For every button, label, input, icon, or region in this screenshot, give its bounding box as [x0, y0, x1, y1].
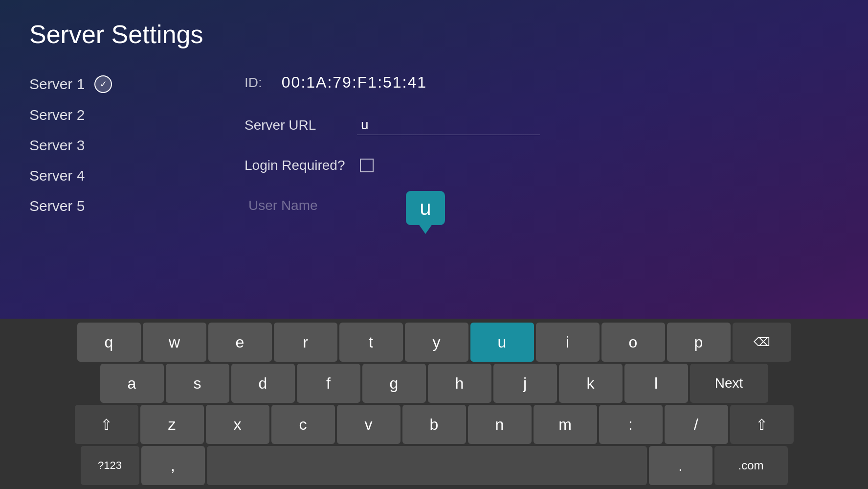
user-name-row: User Name	[245, 192, 839, 219]
tooltip-char: u	[420, 196, 431, 220]
server-2-label: Server 2	[29, 107, 85, 123]
server-5-label: Server 5	[29, 198, 85, 214]
backspace-icon: ⌫	[754, 335, 770, 349]
server-list: Server 1 ✓ Server 2 Server 3 Server 4 Se…	[29, 69, 215, 221]
key-x[interactable]: x	[206, 405, 269, 444]
id-label: ID:	[245, 75, 262, 91]
shift-right-button[interactable]: ⇧	[730, 405, 794, 444]
keyboard-row-4: ?123 , . .com	[3, 446, 865, 485]
server-item-2[interactable]: Server 2	[29, 100, 215, 130]
key-e[interactable]: e	[208, 323, 272, 362]
key-tooltip: u	[406, 191, 445, 235]
symbols-button[interactable]: ?123	[81, 446, 139, 485]
server-item-1[interactable]: Server 1 ✓	[29, 69, 215, 100]
key-slash[interactable]: /	[665, 405, 728, 444]
key-f[interactable]: f	[297, 364, 360, 403]
key-y[interactable]: y	[405, 323, 468, 362]
key-q[interactable]: q	[77, 323, 141, 362]
login-required-checkbox[interactable]	[360, 159, 374, 172]
user-name-placeholder[interactable]: User Name	[245, 196, 342, 215]
keyboard-row-1: q w e r t y u i o p ⌫	[3, 323, 865, 362]
login-required-row: Login Required?	[245, 154, 839, 177]
key-w[interactable]: w	[143, 323, 206, 362]
next-button[interactable]: Next	[690, 364, 768, 403]
key-p[interactable]: p	[667, 323, 731, 362]
keyboard-row-2: a s d f g h j k l Next	[3, 364, 865, 403]
key-g[interactable]: g	[362, 364, 426, 403]
server-4-label: Server 4	[29, 167, 85, 184]
key-dot[interactable]: .	[649, 446, 712, 485]
key-i[interactable]: i	[536, 323, 600, 362]
key-tooltip-bubble: u	[406, 191, 445, 225]
key-colon[interactable]: :	[599, 405, 663, 444]
keyboard-row-3: ⇧ z x c v b n m : / ⇧	[3, 405, 865, 444]
shift-right-icon: ⇧	[756, 416, 768, 433]
server-url-label: Server URL	[245, 117, 342, 133]
settings-panel: ID: 00:1A:79:F1:51:41 Server URL Login R…	[215, 69, 839, 221]
key-r[interactable]: r	[274, 323, 337, 362]
key-z[interactable]: z	[140, 405, 204, 444]
server-1-check-icon: ✓	[94, 75, 112, 93]
shift-left-icon: ⇧	[100, 416, 112, 433]
key-a[interactable]: a	[100, 364, 164, 403]
key-k[interactable]: k	[559, 364, 623, 403]
backspace-button[interactable]: ⌫	[733, 323, 791, 362]
server-item-3[interactable]: Server 3	[29, 130, 215, 161]
server-item-5[interactable]: Server 5	[29, 191, 215, 221]
key-d[interactable]: d	[231, 364, 295, 403]
server-item-4[interactable]: Server 4	[29, 161, 215, 191]
space-button[interactable]	[207, 446, 647, 485]
shift-left-button[interactable]: ⇧	[75, 405, 138, 444]
key-o[interactable]: o	[601, 323, 665, 362]
server-1-label: Server 1	[29, 76, 85, 93]
key-comma[interactable]: ,	[141, 446, 205, 485]
page-title: Server Settings	[29, 20, 839, 49]
login-required-label: Login Required?	[245, 158, 345, 173]
keyboard: q w e r t y u i o p ⌫ a s d f g h j k l …	[0, 319, 868, 489]
key-l[interactable]: l	[624, 364, 688, 403]
key-s[interactable]: s	[166, 364, 229, 403]
id-row: ID: 00:1A:79:F1:51:41	[245, 69, 839, 96]
key-b[interactable]: b	[402, 405, 466, 444]
key-j[interactable]: j	[493, 364, 557, 403]
server-3-label: Server 3	[29, 137, 85, 154]
key-n[interactable]: n	[468, 405, 532, 444]
key-m[interactable]: m	[534, 405, 597, 444]
login-required-checkbox-container	[360, 159, 374, 172]
server-url-input[interactable]	[357, 115, 540, 135]
id-value: 00:1A:79:F1:51:41	[282, 73, 427, 92]
key-u[interactable]: u	[470, 323, 534, 362]
key-v[interactable]: v	[337, 405, 401, 444]
key-t[interactable]: t	[339, 323, 403, 362]
key-c[interactable]: c	[271, 405, 335, 444]
dotcom-button[interactable]: .com	[714, 446, 788, 485]
server-url-row: Server URL	[245, 111, 839, 139]
key-h[interactable]: h	[428, 364, 491, 403]
